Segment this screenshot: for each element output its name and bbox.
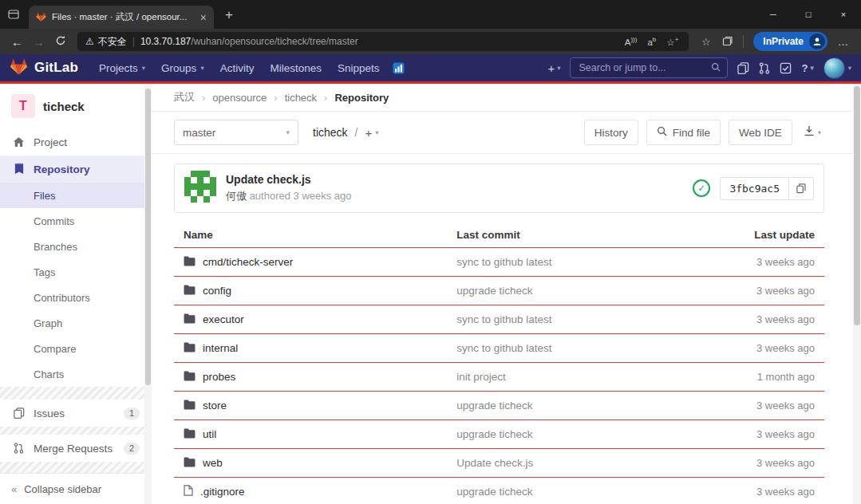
browser-menu-icon[interactable]: … <box>832 35 855 48</box>
refresh-button[interactable] <box>49 35 71 48</box>
sidebar-scrollbar[interactable] <box>144 84 152 504</box>
sidebar-item-repository[interactable]: Repository <box>0 156 152 183</box>
file-table-row[interactable]: store upgrade ticheck 3 weeks ago <box>174 392 824 420</box>
help-menu[interactable]: ?▾ <box>801 62 813 74</box>
commit-message-link[interactable]: Update check.js <box>456 457 533 469</box>
browser-tab[interactable]: Files · master · 武汉 / opensour... × <box>29 6 214 29</box>
issues-icon[interactable] <box>737 62 749 74</box>
read-aloud-icon[interactable]: A))) <box>622 36 640 47</box>
user-menu[interactable]: ▾ <box>823 57 851 79</box>
file-table-row[interactable]: cmd/ticheck-server sync to github latest… <box>174 248 824 277</box>
url-text[interactable]: 10.3.70.187/wuhan/opensource/ticheck/tre… <box>140 36 617 47</box>
nav-activity[interactable]: Activity <box>212 62 263 74</box>
file-name-link[interactable]: config <box>203 285 231 297</box>
file-table-row[interactable]: .gitignore upgrade ticheck 3 weeks ago <box>174 478 824 504</box>
commit-message-link[interactable]: sync to github latest <box>456 342 551 354</box>
commit-message-link[interactable]: sync to github latest <box>456 256 551 268</box>
file-name-link[interactable]: store <box>203 400 227 411</box>
forward-button[interactable]: → <box>28 36 49 48</box>
file-table-row[interactable]: executor sync to github latest 3 weeks a… <box>174 305 824 334</box>
file-table-row[interactable]: config upgrade ticheck 3 weeks ago <box>174 277 824 305</box>
todos-icon[interactable] <box>780 62 792 74</box>
file-table-row[interactable]: probes init project 1 month ago <box>174 363 824 392</box>
close-window-button[interactable]: × <box>826 0 861 29</box>
folder-icon <box>184 256 196 269</box>
back-button[interactable]: ← <box>6 36 28 48</box>
sidebar-item-branches[interactable]: Branches <box>0 234 152 259</box>
file-table-row[interactable]: internal sync to github latest 3 weeks a… <box>174 334 824 363</box>
sidebar-item-project[interactable]: Project <box>0 128 152 156</box>
new-menu-button[interactable]: +▾ <box>547 61 560 75</box>
file-name-link[interactable]: util <box>203 428 216 440</box>
nav-groups[interactable]: Groups▾ <box>153 62 212 74</box>
tab-actions-icon[interactable] <box>0 9 22 20</box>
sidebar-item-merge-requests[interactable]: Merge Requests 2 <box>0 435 152 462</box>
file-name-link[interactable]: executor <box>203 313 244 325</box>
sidebar-item-graph[interactable]: Graph <box>0 310 152 336</box>
commit-message-link[interactable]: init project <box>456 371 506 383</box>
collapse-sidebar-button[interactable]: « Collapse sidebar <box>0 473 152 504</box>
commit-message-link[interactable]: upgrade ticheck <box>456 486 532 498</box>
page-scrollbar-thumb[interactable] <box>854 86 860 325</box>
history-button[interactable]: History <box>584 120 638 145</box>
sidebar-item-tags[interactable]: Tags <box>0 259 152 285</box>
tab-close-icon[interactable]: × <box>200 12 207 23</box>
commit-author-identicon[interactable] <box>184 171 216 206</box>
commit-message-link[interactable]: upgrade ticheck <box>456 428 532 440</box>
add-file-button[interactable]: +▾ <box>365 126 378 140</box>
file-table-row[interactable]: web Update check.js 3 weeks ago <box>174 449 824 478</box>
file-name-link[interactable]: cmd/ticheck-server <box>203 256 293 268</box>
file-name-link[interactable]: .gitignore <box>200 486 245 498</box>
pipeline-status-icon[interactable]: ✓ <box>693 179 710 197</box>
nav-snippets[interactable]: Snippets <box>330 62 388 74</box>
sidebar-item-contributors[interactable]: Contributors <box>0 285 152 310</box>
commit-message-link[interactable]: upgrade ticheck <box>456 285 532 297</box>
security-warning[interactable]: ⚠ 不安全 <box>85 35 127 49</box>
breadcrumb-group[interactable]: 武汉 <box>174 90 195 104</box>
gitlab-home-link[interactable]: GitLab <box>10 58 78 78</box>
commit-message-link[interactable]: sync to github latest <box>456 313 551 325</box>
file-name-link[interactable]: web <box>203 457 223 469</box>
find-file-button[interactable]: Find file <box>646 120 721 145</box>
inprivate-badge[interactable]: InPrivate <box>753 32 827 51</box>
branch-selector[interactable]: master ▾ <box>174 120 298 145</box>
file-name-link[interactable]: internal <box>203 342 238 354</box>
file-toolbar: master ▾ ticheck / +▾ History Find file <box>152 112 861 154</box>
minimize-button[interactable]: ─ <box>756 0 791 29</box>
merge-requests-icon[interactable] <box>759 62 770 74</box>
file-name-cell: executor <box>174 305 447 334</box>
file-table-row[interactable]: util upgrade ticheck 3 weeks ago <box>174 420 824 449</box>
commit-author[interactable]: 何傲 <box>226 190 247 202</box>
breadcrumb-subgroup[interactable]: opensource <box>212 92 267 104</box>
sidebar-item-compare[interactable]: Compare <box>0 336 152 361</box>
add-favorite-icon[interactable]: ☆+ <box>664 36 681 48</box>
sidebar-item-commits[interactable]: Commits <box>0 208 152 234</box>
commit-title-link[interactable]: Update check.js <box>226 173 352 186</box>
copy-sha-button[interactable] <box>789 177 814 200</box>
nav-projects[interactable]: Projects▾ <box>91 62 153 74</box>
commit-message-link[interactable]: upgrade ticheck <box>456 400 532 411</box>
project-header[interactable]: T ticheck <box>0 84 152 128</box>
nav-milestones[interactable]: Milestones <box>262 62 330 74</box>
chart-icon[interactable] <box>393 62 405 74</box>
address-bar[interactable]: ⚠ 不安全 | 10.3.70.187/wuhan/opensource/tic… <box>77 32 689 51</box>
maximize-button[interactable]: □ <box>791 0 826 29</box>
file-name-link[interactable]: probes <box>203 371 235 383</box>
sidebar-scrollbar-thumb[interactable] <box>145 89 151 385</box>
search-input[interactable] <box>577 61 706 74</box>
download-source-button[interactable]: ▾ <box>800 125 824 140</box>
sidebar-item-issues[interactable]: Issues 1 <box>0 400 152 427</box>
new-tab-button[interactable]: + <box>225 8 233 22</box>
breadcrumb-project[interactable]: ticheck <box>285 92 317 104</box>
sidebar-item-charts[interactable]: Charts <box>0 361 152 387</box>
favorites-bar-icon[interactable]: ☆ <box>695 36 717 48</box>
web-ide-button[interactable]: Web IDE <box>729 120 792 145</box>
sidebar-item-files[interactable]: Files <box>0 183 152 208</box>
user-avatar[interactable] <box>823 57 845 79</box>
collections-icon[interactable] <box>717 35 738 49</box>
translate-icon[interactable]: ab <box>645 36 658 47</box>
inprivate-label: InPrivate <box>763 36 804 47</box>
search-box[interactable] <box>570 57 728 78</box>
repo-path-project[interactable]: ticheck <box>313 126 348 139</box>
page-scrollbar[interactable] <box>853 84 861 504</box>
